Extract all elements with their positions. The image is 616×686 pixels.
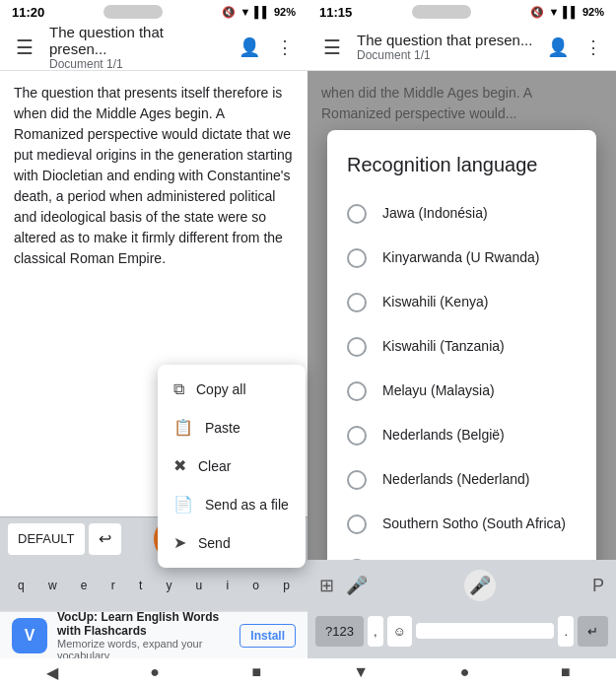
list-item-kinyarwanda[interactable]: Kinyarwanda (U Rwanda) [327, 236, 596, 280]
send-label: Send [198, 535, 231, 551]
label-kiswahili-tanzania: Kiswahili (Tanzania) [382, 336, 505, 357]
label-jawa: Jawa (Indonésia) [382, 203, 488, 224]
send-menu-item[interactable]: ➤ Send [158, 523, 306, 562]
app-icon: V [12, 618, 47, 653]
right-home-button[interactable]: ● [460, 663, 470, 681]
left-doc-subtitle: Document 1/1 [49, 57, 225, 71]
left-toolbar: ☰ The question that presen... Document 1… [0, 24, 308, 71]
left-status-bar: 11:20 🔇 ▼ ▌▌ 92% [0, 0, 308, 24]
radio-southern-sotho[interactable] [347, 514, 367, 534]
key-q[interactable]: q [18, 579, 25, 592]
list-item-kiswahili-tanzania[interactable]: Kiswahili (Tanzania) [327, 324, 596, 369]
key-i[interactable]: i [226, 579, 229, 592]
install-button[interactable]: Install [240, 624, 296, 648]
key-period[interactable]: . [558, 616, 574, 647]
key-r[interactable]: r [111, 579, 115, 592]
back-button[interactable]: ◀ [46, 663, 58, 682]
key-y[interactable]: y [166, 579, 171, 592]
person-icon[interactable]: 👤 [233, 31, 266, 64]
radio-kinyarwanda[interactable] [347, 248, 367, 268]
paste-label: Paste [205, 420, 240, 436]
undo-button[interactable]: ↩ [89, 523, 121, 555]
left-menu-icon[interactable]: ☰ [8, 28, 41, 67]
doc-text: The question that presents itself theref… [14, 85, 293, 266]
default-label[interactable]: DEFAULT [8, 523, 85, 555]
notif-subtitle: Memorize words, expand your vocabulary [57, 638, 230, 661]
key-o[interactable]: o [252, 579, 259, 592]
left-title-area: The question that presen... Document 1/1 [41, 24, 233, 71]
key-space[interactable] [416, 623, 555, 639]
left-status-placeholder [103, 5, 163, 19]
right-kb-icon2[interactable]: 🎤 [342, 571, 372, 600]
radio-kiswahili-tanzania[interactable] [347, 337, 367, 357]
context-menu: ⧉ Copy all 📋 Paste ✖ Clear 📄 Send as a f… [158, 365, 306, 568]
right-menu-icon[interactable]: ☰ [315, 28, 349, 67]
left-toolbar-right: 👤 ⋮ [233, 31, 300, 64]
right-doc-title: The question that presen... [357, 32, 533, 48]
signal-icon: ▼ [240, 6, 250, 18]
key-emoji[interactable]: ☺ [387, 616, 412, 647]
radio-kiswahili-kenya[interactable] [347, 293, 367, 312]
paste-menu-item[interactable]: 📋 Paste [158, 408, 306, 446]
right-time: 11:15 [319, 5, 352, 20]
list-item-jawa[interactable]: Jawa (Indonésia) [327, 191, 596, 236]
send-as-file-menu-item[interactable]: 📄 Send as a file [158, 485, 306, 523]
copy-all-menu-item[interactable]: ⧉ Copy all [158, 371, 306, 408]
list-item-nederlands-belgie[interactable]: Nederlands (België) [327, 413, 596, 457]
file-icon: 📄 [173, 495, 193, 514]
right-title-area: The question that presen... Document 1/1 [349, 32, 541, 62]
list-item-southern-sotho[interactable]: Southern Sotho (South Africa) [327, 502, 596, 546]
key-w[interactable]: w [48, 579, 57, 592]
key-num-switch[interactable]: ?123 [315, 616, 364, 647]
key-comma[interactable]: , [368, 616, 383, 647]
right-status-placeholder [412, 5, 471, 19]
label-melayu: Melayu (Malaysia) [382, 380, 495, 401]
list-item-nederlands-nederland[interactable]: Nederlands (Nederland) [327, 457, 596, 502]
right-keyboard-row: ?123 , ☺ . ↵ [308, 607, 616, 654]
key-enter[interactable]: ↵ [578, 616, 608, 647]
right-back-button[interactable]: ▼ [353, 663, 369, 681]
mute-icon: 🔇 [222, 6, 236, 19]
radio-nederlands-belgie[interactable] [347, 426, 367, 446]
wifi-icon: ▌▌ [254, 6, 270, 18]
more-icon[interactable]: ⋮ [270, 31, 300, 64]
clear-label: Clear [198, 458, 231, 474]
send-icon: ➤ [173, 533, 186, 552]
clear-menu-item[interactable]: ✖ Clear [158, 446, 306, 485]
right-battery-text: 92% [582, 6, 604, 18]
copy-all-label: Copy all [196, 381, 246, 397]
right-recents-button[interactable]: ■ [561, 663, 571, 681]
right-mic-icon[interactable]: 🎤 [464, 570, 496, 601]
key-u[interactable]: u [196, 579, 203, 592]
left-status-icons: 🔇 ▼ ▌▌ 92% [222, 6, 296, 19]
battery-text: 92% [274, 6, 296, 18]
right-doc-subtitle: Document 1/1 [357, 48, 533, 62]
right-nav-bar: ▼ ● ■ [308, 658, 616, 686]
right-keyboard-toolbar: ⊞ 🎤 🎤 P [308, 564, 616, 607]
right-more-icon[interactable]: ⋮ [579, 31, 608, 64]
right-panel: 11:15 🔇 ▼ ▌▌ 92% ☰ The question that pre… [308, 0, 616, 686]
dialog-list: Jawa (Indonésia) Kinyarwanda (U Rwanda) … [327, 191, 596, 560]
radio-melayu[interactable] [347, 381, 367, 401]
radio-swati[interactable] [347, 559, 367, 561]
home-button[interactable]: ● [150, 663, 160, 681]
label-nederlands-belgie: Nederlands (België) [382, 425, 505, 446]
radio-nederlands-nederland[interactable] [347, 470, 367, 490]
list-item-kiswahili-kenya[interactable]: Kiswahili (Kenya) [327, 280, 596, 324]
key-e[interactable]: e [81, 579, 88, 592]
right-kb-icon1[interactable]: ⊞ [315, 571, 338, 600]
label-nederlands-nederland: Nederlands (Nederland) [382, 469, 529, 490]
list-item-swati[interactable]: Swati (Latin,South Africa) [327, 546, 596, 560]
key-t[interactable]: t [139, 579, 142, 592]
right-status-icons: 🔇 ▼ ▌▌ 92% [530, 6, 604, 19]
radio-jawa[interactable] [347, 204, 367, 224]
right-kb-icon3[interactable]: P [588, 572, 608, 600]
list-item-melayu[interactable]: Melayu (Malaysia) [327, 369, 596, 413]
key-p[interactable]: p [283, 579, 290, 592]
label-kiswahili-kenya: Kiswahili (Kenya) [382, 292, 488, 312]
right-person-icon[interactable]: 👤 [541, 31, 575, 64]
label-southern-sotho: Southern Sotho (South Africa) [382, 514, 566, 534]
right-keyboard-area: ⊞ 🎤 🎤 P ?123 , ☺ . ↵ [308, 560, 616, 658]
recents-button[interactable]: ■ [252, 663, 262, 681]
paste-icon: 📋 [173, 418, 193, 437]
